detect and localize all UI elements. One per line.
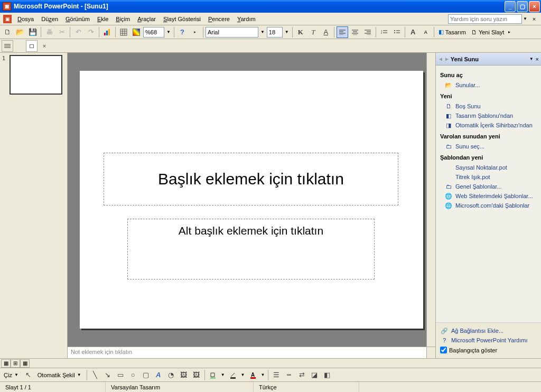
menu-view[interactable]: Görünüm — [62, 14, 94, 24]
line-color-icon[interactable] — [227, 369, 239, 381]
taskpane-close-icon[interactable]: × — [536, 56, 539, 62]
normal-view-icon[interactable]: ▦ — [1, 359, 11, 368]
taskpane-forward-icon[interactable]: ► — [444, 56, 450, 62]
link-web-tpl[interactable]: 🌐Web Sitelerimdeki Şablonlar... — [440, 191, 537, 201]
fontsize-dropdown-icon[interactable]: ▼ — [284, 30, 290, 34]
font-color-icon[interactable]: A — [247, 369, 259, 381]
show-startup-checkbox[interactable]: Başlangıçta göster — [440, 345, 537, 355]
svg-rect-31 — [210, 377, 216, 379]
help-search-input[interactable] — [448, 14, 522, 24]
save-icon[interactable]: 💾 — [27, 26, 39, 38]
notes-scrollbar[interactable] — [426, 347, 435, 358]
table-icon[interactable] — [118, 26, 129, 38]
arrow-style-icon[interactable]: ⇄ — [296, 369, 307, 381]
link-ms-tpl[interactable]: 🌐Microsoft.com'daki Şablonlar — [440, 201, 537, 210]
svg-point-26 — [394, 32, 395, 33]
link-blank[interactable]: 🗋Boş Sunu — [440, 101, 537, 111]
font-shrink-icon[interactable]: A — [420, 26, 432, 38]
oval-icon[interactable]: ○ — [127, 369, 139, 381]
print-icon[interactable]: 🖶 — [43, 26, 55, 38]
bold-icon[interactable]: K — [295, 26, 306, 38]
menu-insert[interactable]: Ekle — [94, 14, 112, 24]
fill-color-icon[interactable] — [207, 369, 219, 381]
slide-thumbnail[interactable] — [10, 55, 62, 95]
autoshape-menu[interactable]: Otomatik Şekil▼ — [35, 370, 85, 380]
link-from-template[interactable]: ◧Tasarım Şablonu'ndan — [440, 111, 537, 120]
vertical-scrollbar[interactable] — [426, 53, 435, 347]
new-slide-button[interactable]: 🗋Yeni Slayt — [469, 26, 507, 38]
undo-icon[interactable]: ↶ — [72, 26, 84, 38]
chart-icon[interactable] — [101, 26, 113, 38]
new-icon[interactable]: 🗋 — [2, 26, 13, 38]
link-from-wizard[interactable]: ◨Otomatik İçerik Sihirbazı'ndan — [440, 120, 537, 130]
font-select[interactable]: Arial — [206, 27, 258, 38]
select-icon[interactable]: ↖ — [23, 369, 34, 381]
menu-help[interactable]: Yardım — [234, 14, 259, 24]
link-add-network[interactable]: 🔗Ağ Bağlantısı Ekle... — [440, 326, 537, 335]
line-style-icon[interactable]: ☰ — [270, 369, 282, 381]
menu-edit[interactable]: Düzen — [38, 14, 62, 24]
wordart-icon[interactable]: A — [153, 369, 164, 381]
minimize-button[interactable]: _ — [505, 1, 516, 12]
align-right-icon[interactable] — [362, 26, 374, 38]
align-center-icon[interactable] — [349, 26, 361, 38]
clipart-icon[interactable]: 🖼 — [178, 369, 190, 381]
bullet-list-icon[interactable] — [391, 26, 403, 38]
draw-menu[interactable]: Çiz▼ — [2, 370, 22, 380]
numbered-list-icon[interactable]: 12 — [378, 26, 390, 38]
design-button[interactable]: ◧Tasarım — [436, 26, 468, 38]
font-grow-icon[interactable]: A — [407, 26, 419, 38]
line-icon[interactable]: ╲ — [89, 369, 101, 381]
diagram-icon[interactable]: ◔ — [165, 369, 177, 381]
link-open-presentations[interactable]: 📂Sunular... — [440, 80, 537, 90]
more-icon[interactable]: ▸ — [189, 26, 201, 38]
menu-tools[interactable]: Araçlar — [134, 14, 160, 24]
doc-icon: ▣ — [3, 15, 12, 23]
link-tpl1[interactable]: Sayısal Noktalar.pot — [440, 163, 537, 172]
menu-format[interactable]: Biçim — [112, 14, 134, 24]
help-dropdown-icon[interactable]: ▼ — [522, 16, 528, 21]
link-pp-help[interactable]: ?Microsoft PowerPoint Yardımı — [440, 335, 537, 345]
close-panel-icon[interactable]: × — [39, 40, 50, 52]
outline-tab-icon[interactable] — [2, 40, 13, 52]
sorter-view-icon[interactable]: ⊞ — [11, 359, 20, 368]
picture-icon[interactable]: 🖼 — [191, 369, 202, 381]
cut-icon[interactable]: ✂ — [56, 26, 68, 38]
menu-file[interactable]: Dosya — [14, 14, 38, 24]
help-icon[interactable]: ? — [176, 26, 188, 38]
color-icon[interactable] — [130, 26, 142, 38]
slide-canvas[interactable]: Başlık eklemek için tıklatın Alt başlık … — [80, 71, 423, 329]
textbox-icon[interactable]: ▢ — [140, 369, 152, 381]
link-choose[interactable]: 🗀Sunu seç... — [440, 142, 537, 151]
notes-area[interactable]: Not eklemek için tıklatın — [68, 347, 435, 358]
menu-slideshow[interactable]: Slayt Gösterisi — [160, 14, 204, 24]
slideshow-view-icon[interactable]: ▦ — [20, 359, 30, 368]
dash-style-icon[interactable]: ┅ — [283, 369, 295, 381]
font-dropdown-icon[interactable]: ▼ — [259, 30, 266, 34]
zoom-dropdown-icon[interactable]: ▼ — [165, 30, 172, 34]
zoom-select[interactable]: %68 — [143, 27, 164, 38]
maximize-button[interactable]: ▢ — [517, 1, 528, 12]
fontsize-select[interactable]: 18 — [267, 27, 283, 38]
underline-icon[interactable]: A — [320, 26, 332, 38]
close-button[interactable]: × — [529, 1, 540, 12]
toolbar-overflow-icon[interactable]: ▸ — [507, 30, 511, 34]
shadow-icon[interactable]: ◪ — [309, 369, 320, 381]
link-general-tpl[interactable]: 🗀Genel Şablonlar... — [440, 182, 537, 191]
align-left-icon[interactable] — [337, 26, 348, 38]
title-placeholder[interactable]: Başlık eklemek için tıklatın — [104, 153, 398, 206]
taskpane-dropdown-icon[interactable]: ▼ — [529, 57, 534, 61]
subtitle-placeholder[interactable]: Alt başlık eklemek için tıklatın — [127, 219, 375, 279]
link-tpl2[interactable]: Titrek Işık.pot — [440, 172, 537, 182]
taskpane-back-icon[interactable]: ◄ — [438, 56, 443, 62]
arrow-icon[interactable]: ↘ — [102, 369, 114, 381]
open-icon[interactable]: 📂 — [14, 26, 26, 38]
slides-tab-icon[interactable]: 🗆 — [26, 40, 38, 52]
menu-window[interactable]: Pencere — [204, 14, 234, 24]
3d-icon[interactable]: ◧ — [321, 369, 333, 381]
italic-icon[interactable]: T — [307, 26, 319, 38]
rect-icon[interactable]: ▭ — [115, 369, 126, 381]
doc-close-button[interactable]: × — [530, 15, 538, 23]
svg-rect-2 — [108, 29, 110, 35]
redo-icon[interactable]: ↷ — [85, 26, 97, 38]
